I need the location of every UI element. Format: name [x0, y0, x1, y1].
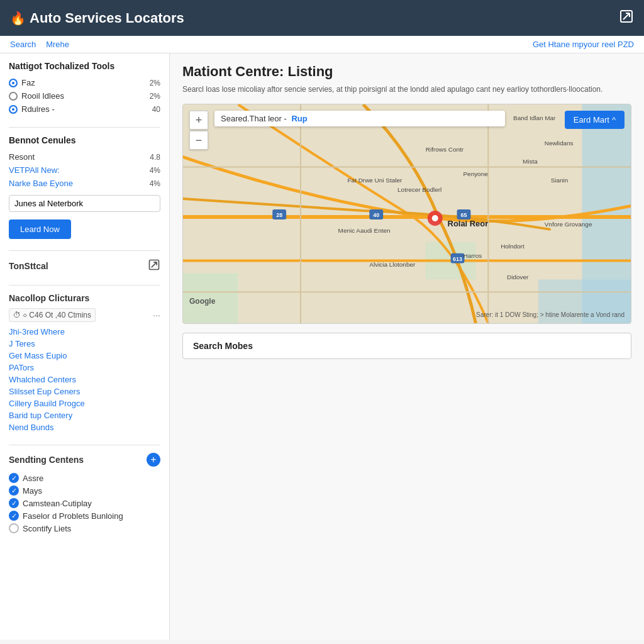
sendting-add-button[interactable]: + [147, 453, 160, 467]
svg-text:Newlidans: Newlidans [545, 140, 574, 147]
nacollop-item-7[interactable]: Barid tup Centery [9, 409, 160, 421]
svg-text:Mista: Mista [523, 158, 538, 165]
nacollop-item-5[interactable]: Slilsset Eup Ceners [9, 386, 160, 397]
map-search-bar: Seared.That leor - Rup [214, 111, 505, 126]
nacollop-item-2[interactable]: Get Mass Eupio [9, 350, 160, 362]
nav-mrehe[interactable]: Mrehe [46, 40, 69, 49]
sidebar-bennot-title: Bennot Cenules [9, 135, 160, 145]
svg-text:Band Idlan Mar: Band Idlan Mar [513, 114, 556, 121]
svg-point-36 [432, 215, 438, 221]
svg-text:Rifrows Contr: Rifrows Contr [426, 146, 464, 153]
search-mobes-panel: Search Mobes [182, 333, 631, 359]
sendting-header: Sendting Centens + [9, 453, 160, 467]
svg-text:Harros: Harros [463, 252, 482, 259]
sidebar-section-bennot: Bennot Cenules Resont 4.8 VETPAll New: 4… [9, 135, 160, 239]
tonstcal-header: TonSttcal [9, 258, 160, 274]
ctrl-icons: ⏱ ⊙ [13, 311, 26, 319]
nacollop-item-8[interactable]: Nend Bunds [9, 421, 160, 433]
nacollop-item-4[interactable]: Whalched Centers [9, 374, 160, 386]
sendting-item-4: ☆ Scontify Liets [9, 522, 160, 535]
flame-icon: 🔥 [10, 11, 26, 26]
check-assre: ✓ [9, 473, 19, 483]
sidebar-section-tools: Nattigot Tochalized Tools Faz 2% Rooil I… [9, 61, 160, 116]
sidebar-sendting: Sendting Centens + ✓ Assre ✓ Mays ✓ Cams… [9, 453, 160, 535]
sendting-title: Sendting Centens [9, 455, 84, 465]
navbar-links: Search Mrehe [10, 40, 69, 49]
svg-text:Sianin: Sianin [551, 177, 569, 184]
sidebar: Nattigot Tochalized Tools Faz 2% Rooil I… [0, 53, 170, 640]
divider-3 [9, 285, 160, 286]
radio-rooil[interactable] [9, 92, 18, 101]
radio-faz[interactable] [9, 79, 18, 87]
svg-text:Penyone: Penyone [463, 170, 488, 177]
sendting-item-3: ✓ Faselor d Problets Bunloing [9, 509, 160, 522]
nav-search[interactable]: Search [10, 40, 36, 49]
svg-text:28: 28 [276, 212, 282, 218]
sendting-item-1: ✓ Mays [9, 484, 160, 497]
link-vetpall[interactable]: VETPAll New: [9, 165, 60, 175]
nacollop-item-1[interactable]: J Teres [9, 338, 160, 350]
zoom-in-button[interactable]: + [189, 111, 208, 130]
svg-text:613: 613 [453, 256, 462, 262]
sidebar-dropdown-row: Junes al Neterbork [9, 195, 160, 212]
sidebar-resont: Resont 4.8 [9, 150, 160, 164]
nacollop-more-btn[interactable]: ··· [153, 310, 160, 320]
check-camstean: ✓ [9, 498, 19, 508]
app-title: 🔥 Auto Services Locators [10, 10, 184, 26]
nacollop-ctrl-info: ⏱ ⊙ C46 Ot ,40 Ctmins [9, 308, 96, 322]
check-mays: ✓ [9, 486, 19, 496]
map-search-text: Seared.That leor - Rup [221, 114, 499, 123]
svg-text:Rolai Reor: Rolai Reor [448, 219, 489, 228]
page-title: Mationt Centre: Listing [182, 64, 631, 80]
sendting-item-2: ✓ Camstean·Cutiplay [9, 497, 160, 509]
svg-text:Menic Aaudi Enten: Menic Aaudi Enten [338, 227, 391, 234]
eard-mart-button[interactable]: Eard Mart ^ [565, 111, 625, 129]
leard-now-button[interactable]: Leard Now [9, 219, 71, 239]
nacollop-item-3[interactable]: PATors [9, 362, 160, 374]
tonstcal-title: TonSttcal [9, 261, 48, 271]
page-subtitle: Searcl loas lose micoliay aftor sencie s… [182, 84, 631, 95]
map-container: 28 40 65 613 Band Idlan Mar Newlidans Mi… [182, 104, 631, 324]
google-logo: Google [189, 297, 215, 306]
sidebar-tool-faz: Faz 2% [9, 76, 160, 89]
navbar: Search Mrehe Get Htane mpyour reel PZD [0, 36, 644, 53]
header: 🔥 Auto Services Locators [0, 0, 644, 36]
sidebar-tool-rdulres: Rdulres - 40 [9, 103, 160, 116]
sidebar-tools-title: Nattigot Tochalized Tools [9, 61, 160, 71]
svg-text:Alvicia Llotonber: Alvicia Llotonber [369, 262, 416, 269]
nav-right-link[interactable]: Get Htane mpyour reel PZD [533, 40, 634, 49]
main-layout: Nattigot Tochalized Tools Faz 2% Rooil I… [0, 53, 644, 640]
svg-text:Didover: Didover [507, 274, 529, 280]
radio-rdulres[interactable] [9, 105, 18, 114]
divider-1 [9, 127, 160, 128]
check-faselor: ✓ [9, 511, 19, 521]
nacollop-item-0[interactable]: Jhi-3red Where [9, 326, 160, 338]
svg-text:40: 40 [373, 212, 379, 218]
sidebar-vetpall: VETPAll New: 4% [9, 164, 160, 177]
sidebar-tonstcal: TonSttcal [9, 258, 160, 274]
chevron-up-icon: ^ [612, 115, 616, 125]
zoom-out-button[interactable]: − [189, 131, 208, 150]
map-external-icon[interactable] [619, 9, 634, 27]
nacollop-item-6[interactable]: Cillery Bauild Progce [9, 397, 160, 409]
nacollop-controls: ⏱ ⊙ C46 Ot ,40 Ctmins ··· [9, 308, 160, 322]
map-attribution: Sarer: it 1 DOW Sting; > htine Molarente… [476, 311, 625, 318]
sendting-item-0: ✓ Assre [9, 472, 160, 484]
divider-4 [9, 445, 160, 445]
svg-text:Fat Drwe Uni Staler: Fat Drwe Uni Staler [348, 177, 402, 184]
junes-dropdown[interactable]: Junes al Neterbork [9, 195, 160, 212]
map-svg-bg: 28 40 65 613 Band Idlan Mar Newlidans Mi… [183, 104, 631, 323]
nacollop-title: Nacollop Clicturars [9, 293, 160, 303]
svg-text:Holndort: Holndort [501, 243, 525, 250]
check-scontify: ☆ [9, 523, 19, 533]
link-narke[interactable]: Narke Bae Eyone [9, 179, 73, 188]
tonstcal-map-icon[interactable] [148, 258, 160, 274]
sidebar-narke: Narke Bae Eyone 4% [9, 177, 160, 190]
divider-2 [9, 250, 160, 251]
sidebar-tool-rooid: Rooil Idlees 2% [9, 89, 160, 103]
main-content: Mationt Centre: Listing Searcl loas lose… [170, 53, 644, 640]
map-zoom-controls: + − [189, 111, 208, 150]
svg-text:Vnfore Grovange: Vnfore Grovange [545, 221, 592, 228]
sidebar-nacollop: Nacollop Clicturars ⏱ ⊙ C46 Ot ,40 Ctmin… [9, 293, 160, 433]
svg-text:65: 65 [461, 212, 467, 218]
